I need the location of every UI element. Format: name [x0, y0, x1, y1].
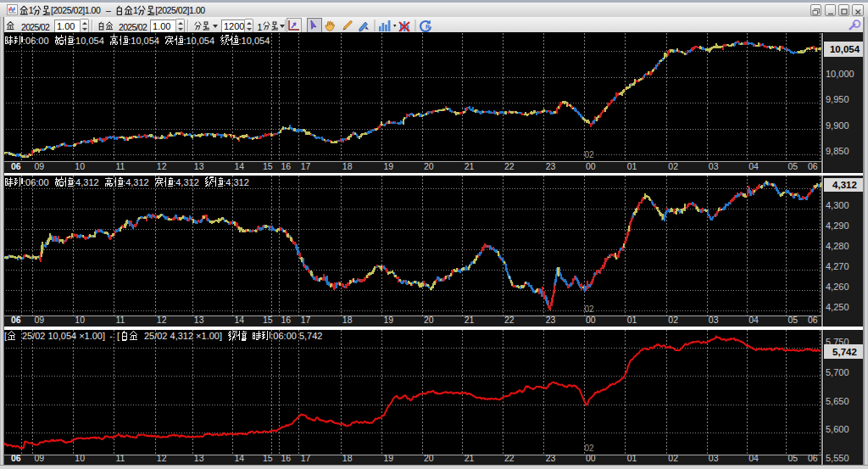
svg-text:×1.00]: ×1.00] — [196, 331, 222, 341]
svg-text::10,054: :10,054 — [239, 36, 270, 46]
svg-text:05: 05 — [788, 315, 798, 325]
svg-text:[: [ — [117, 331, 120, 341]
svg-text:4,270: 4,270 — [826, 261, 849, 271]
svg-text:06: 06 — [808, 453, 818, 463]
svg-text:19: 19 — [384, 161, 394, 171]
svg-text:00: 00 — [586, 453, 596, 463]
svg-text:10: 10 — [75, 315, 85, 325]
svg-text:10: 10 — [75, 161, 85, 171]
svg-text::10,054: :10,054 — [128, 36, 159, 46]
svg-text:06: 06 — [808, 315, 818, 325]
svg-text:10: 10 — [75, 453, 85, 463]
svg-text::4,312: :4,312 — [223, 177, 249, 187]
svg-text:13: 13 — [194, 315, 204, 325]
svg-text:16: 16 — [281, 315, 291, 325]
svg-text:×1.00]: ×1.00] — [79, 331, 105, 341]
svg-text::06:00: :06:00 — [23, 36, 49, 46]
svg-text:05: 05 — [788, 161, 798, 171]
svg-text:11: 11 — [115, 161, 125, 171]
svg-text:10,054: 10,054 — [830, 44, 860, 54]
svg-text:09: 09 — [34, 453, 44, 463]
svg-text::4,312: :4,312 — [123, 177, 149, 187]
svg-text:00: 00 — [586, 315, 596, 325]
svg-text::4,312: :4,312 — [173, 177, 199, 187]
svg-text:4,280: 4,280 — [826, 241, 849, 251]
svg-text:11: 11 — [115, 453, 125, 463]
svg-text:23: 23 — [546, 161, 556, 171]
svg-text:23: 23 — [546, 315, 556, 325]
svg-text:[: [ — [4, 331, 7, 341]
svg-text:03: 03 — [709, 315, 719, 325]
svg-text:09: 09 — [34, 315, 44, 325]
svg-text:06: 06 — [11, 453, 21, 463]
svg-text:5,700: 5,700 — [826, 367, 849, 377]
svg-text:9,950: 9,950 — [826, 94, 849, 104]
svg-text:02: 02 — [668, 453, 678, 463]
svg-text:15: 15 — [263, 453, 273, 463]
svg-text:14: 14 — [234, 453, 244, 463]
svg-text::06:00: :06:00 — [23, 177, 49, 187]
svg-text:23: 23 — [546, 453, 556, 463]
svg-text:9,850: 9,850 — [826, 146, 849, 156]
svg-text:9,900: 9,900 — [826, 120, 849, 131]
svg-text::10,054: :10,054 — [183, 36, 214, 46]
svg-text:02: 02 — [668, 315, 678, 325]
svg-text:02: 02 — [585, 150, 595, 159]
svg-text:04: 04 — [748, 315, 759, 325]
svg-text:19: 19 — [384, 453, 394, 463]
svg-text:21: 21 — [465, 315, 475, 325]
svg-text:22: 22 — [504, 453, 515, 463]
svg-text:4,290: 4,290 — [826, 221, 849, 231]
svg-text:21: 21 — [465, 453, 475, 463]
svg-text:20: 20 — [424, 161, 434, 171]
svg-text:12: 12 — [157, 315, 167, 325]
svg-text:18: 18 — [342, 161, 353, 171]
svg-text:05: 05 — [788, 453, 798, 463]
svg-text:10,000: 10,000 — [826, 69, 854, 79]
svg-text:14: 14 — [234, 315, 244, 325]
svg-text:04: 04 — [748, 161, 759, 171]
svg-text:17: 17 — [301, 315, 311, 325]
svg-text:17: 17 — [301, 453, 311, 463]
svg-text:13: 13 — [194, 161, 204, 171]
svg-text::06:00 5,742: :06:00 5,742 — [270, 331, 322, 341]
svg-text:R: R — [426, 24, 430, 30]
svg-text:06: 06 — [11, 315, 21, 325]
svg-text:22: 22 — [504, 315, 515, 325]
svg-text:16: 16 — [281, 161, 291, 171]
svg-text::4,312: :4,312 — [73, 177, 99, 187]
svg-text:03: 03 — [709, 161, 719, 171]
svg-text:4,312: 4,312 — [832, 180, 857, 190]
svg-text:22: 22 — [504, 161, 515, 171]
svg-text:19: 19 — [384, 315, 394, 325]
svg-text:20: 20 — [424, 315, 434, 325]
svg-text:4,260: 4,260 — [826, 282, 849, 292]
svg-text:17: 17 — [301, 161, 311, 171]
svg-text:5,742: 5,742 — [832, 347, 857, 357]
svg-text:12: 12 — [157, 161, 167, 171]
svg-text:02: 02 — [585, 444, 595, 453]
svg-text:12: 12 — [157, 453, 167, 463]
svg-text:21: 21 — [465, 161, 475, 171]
svg-text:4,300: 4,300 — [826, 200, 849, 210]
svg-text:09: 09 — [34, 161, 44, 171]
svg-text:06: 06 — [808, 161, 818, 171]
svg-text:25/02 4,312: 25/02 4,312 — [144, 331, 193, 341]
svg-text:5,550: 5,550 — [826, 453, 849, 463]
svg-text:25/02 10,054: 25/02 10,054 — [22, 331, 76, 341]
svg-text:02: 02 — [585, 304, 595, 314]
svg-text:00: 00 — [586, 161, 596, 171]
svg-text:20: 20 — [424, 453, 434, 463]
svg-text:03: 03 — [709, 453, 719, 463]
svg-text:18: 18 — [342, 315, 353, 325]
svg-text:-: - — [109, 331, 113, 341]
svg-text:18: 18 — [342, 453, 353, 463]
svg-text:14: 14 — [234, 161, 244, 171]
svg-text:5,650: 5,650 — [826, 396, 849, 406]
svg-text:01: 01 — [627, 453, 637, 463]
svg-text:01: 01 — [627, 161, 637, 171]
svg-text:5,600: 5,600 — [826, 424, 849, 434]
svg-text:01: 01 — [627, 315, 637, 325]
svg-text:15: 15 — [263, 315, 273, 325]
svg-text:4,250: 4,250 — [826, 302, 849, 312]
